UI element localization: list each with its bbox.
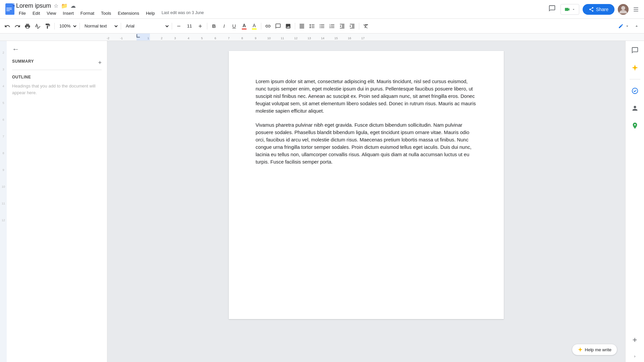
ruler-mark: 4 — [187, 37, 189, 40]
margin-num: 6 — [2, 111, 4, 128]
highlight-button[interactable]: A — [250, 21, 259, 31]
decrease-font-size[interactable] — [174, 21, 183, 31]
ruler-mark: 7 — [228, 37, 229, 40]
comment-icon[interactable] — [547, 3, 557, 15]
doc-title-area: Lorem ipsum ☆ 📁 ☁ File Edit View Insert … — [16, 2, 547, 16]
margin-num: 4 — [2, 78, 4, 95]
back-button[interactable]: ← — [12, 45, 20, 54]
paragraph-1[interactable]: Lorem ipsum dolor sit amet, consectetur … — [256, 78, 477, 115]
summary-add-button[interactable]: + — [98, 59, 102, 66]
font-size-input[interactable] — [184, 23, 195, 28]
redo-button[interactable] — [13, 21, 22, 31]
ruler: -2 -1 1 2 3 4 5 6 7 8 9 10 11 12 13 14 1… — [0, 34, 644, 41]
folder-icon[interactable]: 📁 — [61, 3, 68, 9]
sep2 — [79, 23, 80, 29]
ruler-mark: -1 — [120, 37, 123, 40]
top-bar: Lorem ipsum ☆ 📁 ☁ File Edit View Insert … — [0, 0, 644, 19]
menu-tools[interactable]: Tools — [98, 10, 114, 16]
ruler-mark: 16 — [348, 37, 351, 40]
margin-num: 8 — [2, 145, 4, 162]
print-button[interactable] — [23, 21, 32, 31]
numbered-list-button[interactable] — [327, 21, 337, 31]
ruler-mark: 6 — [214, 37, 216, 40]
insert-comment-button[interactable] — [273, 21, 283, 31]
top-right: Share — [547, 3, 640, 15]
avatar[interactable] — [618, 4, 629, 15]
assistant-button[interactable]: Help me write — [572, 344, 617, 355]
svg-rect-9 — [6, 8, 12, 8]
ruler-mark: 3 — [174, 37, 176, 40]
right-panel: + › — [625, 41, 644, 362]
increase-font-size[interactable] — [196, 21, 205, 31]
menu-view[interactable]: View — [44, 10, 59, 16]
text-style-select[interactable]: Normal text Heading 1 Heading 2 Heading … — [82, 21, 119, 31]
menu-file[interactable]: File — [16, 10, 29, 16]
menu-format[interactable]: Format — [78, 10, 97, 16]
right-panel-add-button[interactable]: + — [629, 334, 641, 346]
sidebar: ← SUMMARY + OUTLINE Headings that you ad… — [7, 41, 107, 362]
outline-title: OUTLINE — [12, 75, 102, 79]
share-label: Share — [596, 7, 608, 12]
right-panel-contacts[interactable] — [629, 102, 641, 114]
meet-button[interactable] — [560, 4, 579, 15]
line-spacing-button[interactable] — [307, 21, 317, 31]
zoom-select[interactable]: 100% 75% 150% — [57, 21, 77, 31]
right-panel-tasks[interactable] — [629, 85, 641, 97]
paragraph-2[interactable]: Vivamus pharetra pulvinar nibh eget grav… — [256, 121, 477, 166]
right-panel-gemini[interactable] — [629, 62, 641, 74]
toolbar: 100% 75% 150% Normal text Heading 1 Head… — [0, 19, 644, 34]
ruler-mark: 2 — [161, 37, 162, 40]
menu-bar: File Edit View Insert Format Tools Exten… — [16, 10, 547, 16]
toolbar-collapse[interactable] — [632, 21, 641, 31]
paint-format-button[interactable] — [43, 21, 52, 31]
right-sidebar-collapse[interactable] — [632, 5, 640, 13]
share-button[interactable]: Share — [583, 4, 614, 15]
font-select[interactable]: Arial Times New Roman Courier New — [123, 21, 170, 31]
sep8 — [359, 23, 359, 29]
sep5 — [207, 23, 207, 29]
doc-page[interactable]: Lorem ipsum dolor sit amet, consectetur … — [229, 51, 504, 319]
right-panel-maps[interactable] — [629, 120, 641, 132]
ruler-mark: 12 — [294, 37, 298, 40]
link-button[interactable] — [263, 21, 273, 31]
ruler-mark: 11 — [281, 37, 284, 40]
margin-num: 5 — [2, 95, 4, 111]
margin-num: 10 — [2, 178, 5, 195]
bullet-list-button[interactable] — [317, 21, 327, 31]
star-icon[interactable]: ☆ — [54, 3, 58, 9]
svg-rect-10 — [6, 9, 12, 10]
outline-hint: Headings that you add to the document wi… — [12, 83, 102, 96]
ruler-mark: 13 — [308, 37, 311, 40]
align-button[interactable] — [297, 21, 307, 31]
app-icon — [4, 3, 16, 15]
increase-indent-button[interactable] — [347, 21, 357, 31]
menu-help[interactable]: Help — [143, 10, 158, 16]
editing-mode-button[interactable] — [616, 21, 631, 31]
menu-edit[interactable]: Edit — [30, 10, 43, 16]
right-panel-comments[interactable] — [629, 44, 641, 56]
clear-formatting-button[interactable] — [361, 21, 371, 31]
svg-point-13 — [621, 6, 625, 10]
sep6 — [261, 23, 261, 29]
right-panel-expand[interactable]: › — [634, 354, 636, 359]
bold-button[interactable]: B — [209, 21, 219, 31]
document-area[interactable]: Lorem ipsum dolor sit amet, consectetur … — [107, 41, 625, 362]
font-size-area — [174, 21, 205, 31]
italic-button[interactable]: I — [219, 21, 229, 31]
text-color-button[interactable]: A — [239, 21, 249, 31]
menu-extensions[interactable]: Extensions — [115, 10, 142, 16]
spell-check-button[interactable] — [33, 21, 42, 31]
doc-title[interactable]: Lorem ipsum — [16, 2, 51, 9]
main-area: 2 3 4 5 6 7 8 9 10 11 12 ← SUMMARY + OUT… — [0, 41, 644, 362]
decrease-indent-button[interactable] — [337, 21, 347, 31]
menu-insert[interactable]: Insert — [60, 10, 76, 16]
insert-image-button[interactable] — [283, 21, 293, 31]
ruler-mark: 14 — [321, 37, 324, 40]
underline-button[interactable]: U — [229, 21, 239, 31]
margin-num: 9 — [2, 162, 4, 178]
ruler-highlight — [137, 34, 150, 41]
undo-button[interactable] — [3, 21, 12, 31]
margin-num: 7 — [2, 128, 4, 145]
cloud-icon[interactable]: ☁ — [70, 3, 76, 9]
sep3 — [121, 23, 121, 29]
